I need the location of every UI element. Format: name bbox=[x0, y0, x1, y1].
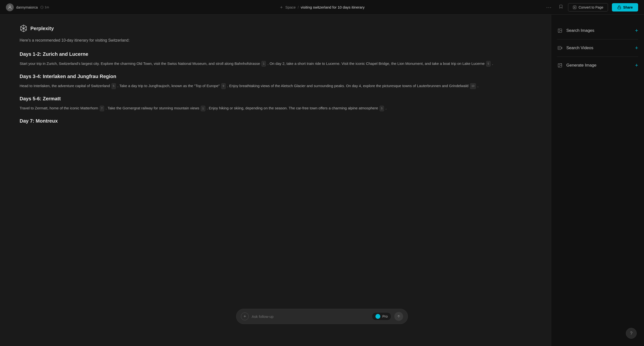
page-title: visiting switzerland for 10 days itinera… bbox=[301, 5, 365, 9]
section-text-2: Head to Interlaken, the adventure capita… bbox=[20, 83, 531, 89]
lock-icon bbox=[617, 5, 621, 9]
follow-up-input-box: + Pro bbox=[236, 309, 408, 324]
citation-3-3: 5 bbox=[380, 106, 384, 111]
video-icon bbox=[557, 45, 563, 50]
bookmark-icon bbox=[559, 4, 563, 9]
right-sidebar: Search Images + Search Videos + bbox=[551, 15, 644, 346]
pro-toggle-dot bbox=[376, 314, 380, 319]
plus-icon bbox=[279, 5, 283, 9]
image-svg-icon bbox=[558, 28, 562, 33]
search-videos-plus-icon: + bbox=[635, 45, 638, 51]
citation-3-1: 7 bbox=[100, 106, 104, 111]
share-button[interactable]: Share bbox=[612, 3, 638, 11]
citation-3-2: 1 bbox=[201, 106, 205, 111]
sidebar-item-search-videos[interactable]: Search Videos + bbox=[557, 39, 638, 57]
topbar-right: ··· Convert to Page Share bbox=[544, 3, 638, 11]
help-button[interactable]: ? bbox=[626, 328, 637, 339]
pro-label: Pro bbox=[382, 315, 388, 318]
perplexity-logo-icon bbox=[20, 24, 28, 32]
convert-to-page-button[interactable]: Convert to Page bbox=[568, 3, 608, 11]
section-heading-2: Days 3-4: Interlaken and Jungfrau Region bbox=[20, 74, 531, 79]
svg-rect-7 bbox=[618, 7, 621, 9]
help-label: ? bbox=[630, 331, 632, 336]
follow-up-input[interactable] bbox=[252, 315, 369, 319]
sidebar-item-generate-image[interactable]: Generate Image + bbox=[557, 57, 638, 74]
citation-1-2: 5 bbox=[486, 61, 490, 67]
submit-button[interactable] bbox=[394, 312, 403, 321]
section-text-3: Travel to Zermatt, home of the iconic Ma… bbox=[20, 105, 531, 111]
topbar-left: dannymaiorca 1m bbox=[6, 3, 49, 11]
sidebar-item-search-videos-left: Search Videos bbox=[557, 45, 593, 50]
clock-icon bbox=[40, 6, 44, 9]
content-area: Perplexity Here's a recommended 10-day i… bbox=[0, 15, 551, 346]
citation-2-3: 10 bbox=[470, 83, 476, 89]
time-label: 1m bbox=[40, 5, 49, 9]
svg-point-13 bbox=[559, 30, 560, 30]
intro-text: Here's a recommended 10-day itinerary fo… bbox=[20, 37, 531, 43]
more-options-button[interactable]: ··· bbox=[544, 3, 554, 11]
section-heading-1: Days 1-2: Zurich and Lucerne bbox=[20, 51, 531, 57]
section-text-1: Start your trip in Zurich, Switzerland's… bbox=[20, 60, 531, 67]
generate-image-plus-icon: + bbox=[635, 62, 638, 68]
avatar bbox=[6, 3, 14, 11]
username-label: dannymaiorca bbox=[16, 5, 38, 9]
search-images-label: Search Images bbox=[566, 28, 594, 33]
pro-toggle[interactable]: Pro bbox=[372, 312, 391, 321]
share-label: Share bbox=[623, 5, 633, 9]
svg-point-19 bbox=[559, 64, 560, 65]
add-attachment-button[interactable]: + bbox=[241, 313, 249, 320]
image-icon bbox=[557, 28, 563, 33]
main-layout: Perplexity Here's a recommended 10-day i… bbox=[0, 15, 644, 346]
sidebar-item-search-images-left: Search Images bbox=[557, 28, 594, 33]
citation-2-2: 9 bbox=[221, 83, 226, 89]
perplexity-brand-title: Perplexity bbox=[30, 26, 54, 31]
search-images-plus-icon: + bbox=[635, 27, 638, 34]
breadcrumb: Space / visiting switzerland for 10 days… bbox=[279, 5, 365, 9]
convert-icon bbox=[573, 5, 576, 9]
bottom-input-container: + Pro bbox=[236, 309, 408, 324]
sidebar-item-search-images[interactable]: Search Images + bbox=[557, 22, 638, 39]
user-icon bbox=[7, 5, 12, 10]
section-heading-4: Day 7: Montreux bbox=[20, 118, 531, 124]
search-videos-label: Search Videos bbox=[566, 45, 593, 50]
sidebar-item-generate-image-left: Generate Image bbox=[557, 63, 596, 68]
svg-marker-15 bbox=[561, 47, 562, 49]
space-link[interactable]: Space bbox=[285, 5, 296, 9]
video-svg-icon bbox=[558, 45, 562, 50]
breadcrumb-separator: / bbox=[298, 5, 299, 9]
generate-image-label: Generate Image bbox=[566, 63, 596, 68]
generate-svg-icon bbox=[558, 63, 562, 68]
citation-2-1: 5 bbox=[112, 83, 116, 89]
bookmark-button[interactable] bbox=[558, 3, 564, 11]
citation-1-1: 1 bbox=[262, 61, 266, 67]
svg-point-0 bbox=[9, 6, 11, 7]
topbar: dannymaiorca 1m Space / visiting switzer… bbox=[0, 0, 644, 15]
arrow-up-icon bbox=[397, 315, 401, 318]
section-heading-3: Days 5-6: Zermatt bbox=[20, 96, 531, 102]
perplexity-header: Perplexity bbox=[20, 24, 531, 32]
convert-label: Convert to Page bbox=[578, 5, 603, 9]
generate-icon bbox=[557, 63, 563, 68]
